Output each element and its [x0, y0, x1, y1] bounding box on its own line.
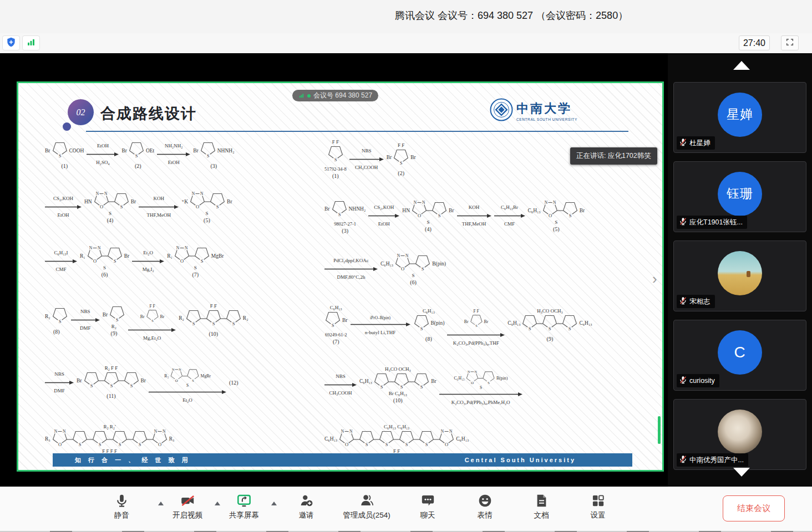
svg-text:N: N — [163, 429, 166, 434]
scheme-column-left: BrSCOOH(1)EtOHH₂SO₄BrSOEt(2)NH₂NH₂EtOHBr… — [45, 139, 326, 454]
svg-text:S: S — [98, 442, 101, 447]
arrow-icon — [71, 315, 100, 325]
substituent-left: C₆H₁₃ — [528, 208, 541, 213]
reagent-below: Mg,Et₂O — [143, 335, 161, 341]
substituent-left: R₂ — [179, 315, 184, 321]
compound-structure: BrSBr — [387, 146, 416, 169]
svg-text:N: N — [89, 246, 92, 251]
scroll-down-icon[interactable] — [733, 468, 750, 477]
toolbar-screen-share-button[interactable]: 共享屏幕 — [229, 492, 259, 520]
compound: H₃CO OCH₃C₆H₁₃SSSC₆H₁₃(9) — [507, 308, 592, 342]
compound-structure: BrSBr — [464, 312, 488, 331]
substituent-right: COOH — [69, 148, 84, 154]
participant-tile[interactable]: 钰珊应化T1901张钰... — [673, 161, 806, 232]
university-seal-icon — [490, 98, 513, 124]
substituent-left: C₆H₁₃ — [454, 376, 464, 381]
participant-tile[interactable]: 星婵杜星婵 — [673, 82, 806, 153]
svg-text:N: N — [422, 200, 425, 205]
arrow-icon — [128, 325, 176, 335]
arrow-icon — [132, 256, 164, 266]
toolbar-settings-button[interactable]: 设置 — [590, 492, 606, 520]
compound-structure: R₂SSSR₂ — [179, 307, 248, 330]
recording-dot — [307, 94, 311, 98]
participant-tile[interactable]: Ccuriosity — [673, 320, 806, 391]
compound-structure: S — [327, 143, 344, 166]
toolbar-chat-button[interactable]: 聊天 — [419, 492, 436, 520]
svg-text:O: O — [158, 442, 161, 447]
svg-text:O: O — [180, 258, 184, 264]
speaking-tooltip: 正在讲话: 应化1702韩笑 — [570, 147, 657, 165]
compound-number: (3) — [342, 228, 348, 234]
toolbar-label: 开启视频 — [172, 510, 202, 520]
caret-up-icon[interactable] — [215, 502, 220, 505]
svg-text:O: O — [58, 442, 62, 447]
ring-structure-icon: S — [327, 143, 344, 166]
compound: F FR₂SSSR₂(10) — [179, 303, 248, 337]
toolbar-doc-button[interactable]: 文档 — [533, 492, 550, 520]
svg-text:N: N — [192, 192, 195, 197]
scroll-up-icon[interactable] — [733, 61, 750, 70]
svg-text:S: S — [58, 319, 61, 324]
svg-text:S: S — [366, 442, 368, 447]
compound-structure: R₃ONNSSSSONNR₃ — [45, 428, 174, 451]
end-meeting-button[interactable]: 结束会议 — [723, 495, 785, 521]
svg-text:S: S — [425, 442, 428, 447]
svg-text:S: S — [110, 383, 113, 388]
svg-text:S: S — [118, 442, 121, 447]
svg-text:O: O — [175, 378, 177, 382]
toolbar-members-button[interactable]: 管理成员(254) — [343, 492, 390, 520]
toolbar-mic-button[interactable]: 静音 — [113, 492, 130, 520]
toolbar-camera-off-button[interactable]: 开启视频 — [172, 492, 202, 520]
toolbar-emoji-button[interactable]: 表情 — [476, 492, 493, 520]
substituent-left: HN — [402, 208, 410, 213]
svg-text:S: S — [216, 204, 219, 209]
participant-tile[interactable]: 中南优秀国产中... — [673, 399, 806, 470]
substituent-right: B(pin) — [431, 320, 445, 326]
substituent-bottom: S — [205, 211, 208, 216]
toolbar-label: 文档 — [534, 510, 549, 520]
svg-text:N: N — [104, 192, 108, 197]
ring-structure-icon: S — [393, 146, 409, 169]
svg-text:S: S — [549, 326, 551, 331]
substituent-bottom: S — [194, 265, 197, 270]
ring-structure-icon: S — [469, 312, 483, 331]
participants-sidebar: 星婵杜星婵钰珊应化T1901张钰...宋相志Ccuriosity中南优秀国产中.… — [668, 53, 812, 487]
toolbar-invite-button[interactable]: 邀请 — [298, 492, 314, 520]
network-status-button[interactable] — [22, 35, 40, 50]
ring-structure-icon: SSS — [521, 312, 578, 335]
substituent-left: C₆H₁₃ — [507, 320, 520, 326]
compound-structure: C₆H₁₃ONNSSSSONNC₆H₁₃ — [324, 428, 469, 451]
meeting-toolbar: 结束会议 静音开启视频共享屏幕邀请管理成员(254)聊天表情文档设置 — [0, 487, 812, 531]
svg-text:N: N — [544, 200, 547, 205]
reagent-above: Et₂O — [143, 250, 153, 255]
reagent-below: CH₃COOH — [355, 165, 378, 170]
caret-up-icon[interactable] — [271, 502, 277, 505]
compound-number: (8) — [53, 329, 60, 335]
compound-structure: HNONNSBr — [84, 190, 136, 213]
substituent-right: NHNH₂ — [349, 206, 366, 212]
meeting-topbar: 27:40 — [0, 33, 812, 53]
caret-up-icon[interactable] — [158, 502, 164, 505]
substituent-right: Br — [131, 199, 136, 204]
chevron-right-icon[interactable]: › — [652, 270, 657, 288]
compound: BrSNHNH₂98027-27-1(3) — [324, 198, 366, 234]
arrow-icon — [368, 211, 399, 221]
compound-number: (9) — [111, 330, 118, 336]
compound: (12) — [229, 378, 238, 386]
fullscreen-button[interactable] — [781, 35, 799, 50]
substituent-right: B(pin) — [496, 376, 507, 381]
svg-text:S: S — [400, 160, 403, 166]
participant-tile[interactable]: 宋相志 — [673, 241, 806, 311]
meeting-id-pill[interactable]: 会议号 694 380 527 — [292, 90, 378, 101]
security-button[interactable] — [2, 35, 20, 50]
reagent-above: C₆H₁₃Br — [501, 204, 518, 210]
avatar — [718, 251, 762, 295]
compound-number: (5) — [204, 217, 210, 223]
participant-name-chip: 应化T1901张钰... — [677, 216, 747, 229]
ring-structure-icon: S — [324, 309, 341, 331]
compound: C₆H₁₃ONNSB(pin)S(6) — [380, 252, 446, 285]
compound-structure: HNONNSBr — [402, 199, 454, 222]
svg-text:S: S — [475, 324, 477, 328]
svg-text:S: S — [138, 442, 141, 447]
substituent-right: R₂ — [243, 315, 248, 321]
